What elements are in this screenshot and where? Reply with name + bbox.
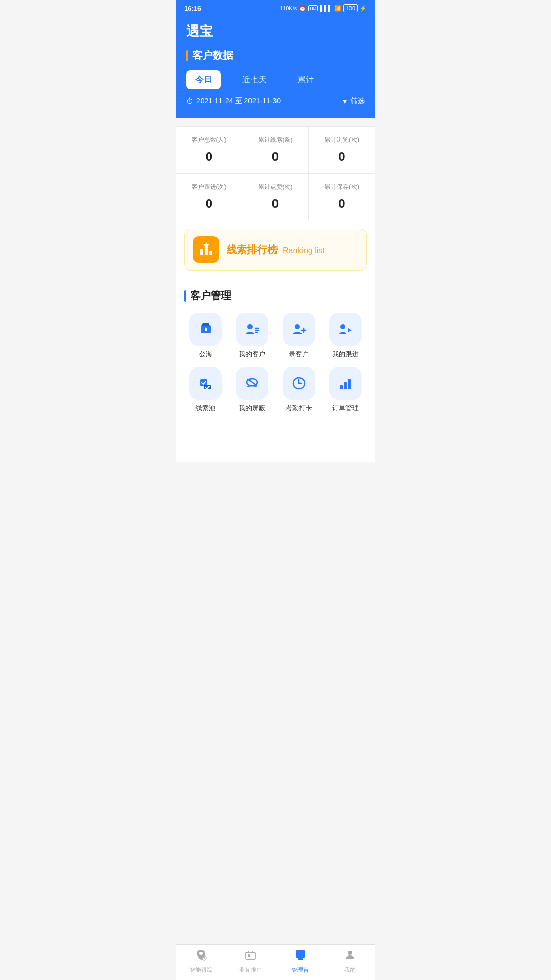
signal-icon: ▌▌▌ [320, 5, 332, 11]
filter-label: 筛选 [350, 96, 365, 106]
nav-label-profile: 我的 [344, 966, 356, 974]
stat-label-0: 客户总数(人) [182, 136, 236, 144]
icon-circle-my-followup [329, 313, 362, 346]
bottom-space [176, 421, 375, 462]
icon-item-attendance[interactable]: 考勤打卡 [278, 367, 320, 413]
ranking-banner[interactable]: 线索排行榜 Ranking list [184, 229, 367, 271]
icon-item-order-manage[interactable]: 订单管理 [324, 367, 367, 413]
stats-row-1: 客户总数(人) 0 累计线索(条) 0 累计浏览(次) 0 [176, 126, 375, 174]
customer-data-title: 客户数据 [192, 48, 233, 62]
clock-icon-small: ⏱ [186, 97, 193, 105]
icon-label-clue-pool: 线索池 [195, 404, 215, 413]
filter-button[interactable]: ▼ 筛选 [341, 96, 365, 106]
title-accent-bar [186, 50, 188, 61]
icon-circle-add-customer [283, 313, 315, 346]
svg-point-14 [340, 324, 345, 329]
stat-label-3: 客户跟进(次) [182, 183, 236, 191]
icon-circle-clue-pool [189, 367, 222, 400]
wifi-icon: 📶 [334, 5, 341, 12]
stat-total-customers: 客户总数(人) 0 [176, 127, 242, 173]
nav-item-promote[interactable]: 业务推广 [233, 949, 268, 974]
main-content: 客户总数(人) 0 累计线索(条) 0 累计浏览(次) 0 客户跟进(次) 0 … [176, 126, 375, 462]
icon-label-my-customers: 我的客户 [239, 350, 265, 359]
icon-label-public-sea: 公海 [199, 350, 212, 359]
svg-rect-32 [248, 954, 250, 957]
nav-label-promote: 业务推广 [239, 966, 262, 974]
ranking-icon [198, 241, 214, 258]
nav-item-dashboard[interactable]: 管理台 [283, 949, 318, 974]
stat-value-4: 0 [248, 197, 302, 211]
management-icon-grid: 公海 我的客户 [184, 313, 367, 413]
icon-label-add-customer: 录客户 [289, 350, 309, 359]
svg-rect-29 [246, 952, 255, 959]
add-customer-icon [291, 321, 307, 337]
date-range-text: 2021-11-24 至 2021-11-30 [196, 96, 281, 106]
svg-point-22 [298, 382, 300, 384]
icon-circle-public-sea [189, 313, 222, 346]
stat-value-3: 0 [182, 197, 236, 211]
svg-rect-0 [200, 249, 203, 255]
icon-item-clue-pool[interactable]: 线索池 [184, 367, 227, 413]
mgmt-accent-bar [184, 290, 186, 302]
app-title: 遇宝 [186, 19, 365, 48]
nav-item-profile[interactable]: 我的 [332, 949, 368, 974]
mgmt-title-bar: 客户管理 [184, 289, 367, 303]
stat-label-2: 累计浏览(次) [315, 136, 369, 144]
icon-label-my-followup: 我的跟进 [332, 350, 359, 359]
nav-label-track: 智能跟踪 [190, 966, 212, 974]
clue-pool-icon [197, 375, 214, 391]
icon-item-public-sea[interactable]: 公海 [184, 313, 227, 359]
icon-label-attendance: 考勤打卡 [286, 404, 312, 413]
my-block-icon [244, 375, 260, 391]
stat-label-5: 累计保存(次) [315, 183, 369, 191]
date-filter-row: ⏱ 2021-11-24 至 2021-11-30 ▼ 筛选 [186, 96, 365, 108]
hd-icon: HD [308, 5, 318, 11]
svg-point-7 [247, 324, 253, 329]
icon-item-my-block[interactable]: 我的屏蔽 [231, 367, 274, 413]
icon-label-my-block: 我的屏蔽 [239, 404, 265, 413]
stats-row-2: 客户跟进(次) 0 累计点赞(次) 0 累计保存(次) 0 [176, 174, 375, 220]
ranking-icon-wrap [193, 236, 219, 263]
stat-saves: 累计保存(次) 0 [309, 174, 375, 220]
stat-total-views: 累计浏览(次) 0 [309, 127, 375, 173]
svg-point-11 [295, 324, 300, 329]
svg-rect-6 [205, 329, 207, 331]
clock-icon: ⏰ [299, 5, 306, 12]
stat-label-1: 累计线索(条) [248, 136, 302, 144]
icon-item-add-customer[interactable]: 录客户 [278, 313, 320, 359]
charge-icon: ⚡ [360, 5, 367, 12]
my-customers-icon [244, 321, 260, 337]
nav-item-track[interactable]: 智能跟踪 [183, 949, 219, 974]
icon-item-my-followup[interactable]: 我的跟进 [324, 313, 367, 359]
bottom-navigation: 智能跟踪 业务推广 管理台 [176, 944, 375, 980]
profile-icon [344, 949, 356, 964]
ranking-title-cn: 线索排行榜 [227, 243, 278, 257]
stat-value-0: 0 [182, 150, 236, 164]
icon-item-my-customers[interactable]: 我的客户 [231, 313, 274, 359]
icon-circle-attendance [283, 367, 315, 400]
tab-today[interactable]: 今日 [186, 70, 221, 89]
svg-point-36 [348, 951, 352, 955]
stat-label-4: 累计点赞(次) [248, 183, 302, 191]
customer-data-title-bar: 客户数据 [186, 48, 365, 62]
track-icon [195, 949, 207, 964]
svg-rect-24 [344, 382, 347, 389]
public-sea-icon [197, 321, 214, 337]
icon-circle-my-customers [236, 313, 268, 346]
nav-label-dashboard: 管理台 [292, 966, 309, 974]
dashboard-icon [294, 949, 307, 964]
filter-icon: ▼ [341, 97, 348, 105]
stat-value-5: 0 [315, 197, 369, 211]
promote-icon [244, 949, 257, 964]
icon-label-order-manage: 订单管理 [332, 404, 359, 413]
attendance-icon [291, 375, 307, 391]
status-bar: 16:16 110K/s ⏰ HD ▌▌▌ 📶 100 ⚡ [176, 0, 375, 15]
tab-seven-days[interactable]: 近七天 [233, 70, 276, 89]
tab-cumulative[interactable]: 累计 [288, 70, 323, 89]
order-manage-icon [337, 375, 354, 391]
date-range-display: ⏱ 2021-11-24 至 2021-11-30 [186, 96, 281, 106]
my-followup-icon [337, 321, 354, 337]
icon-circle-my-block [236, 367, 268, 400]
ranking-texts: 线索排行榜 Ranking list [227, 243, 325, 257]
stat-likes: 累计点赞(次) 0 [242, 174, 309, 220]
